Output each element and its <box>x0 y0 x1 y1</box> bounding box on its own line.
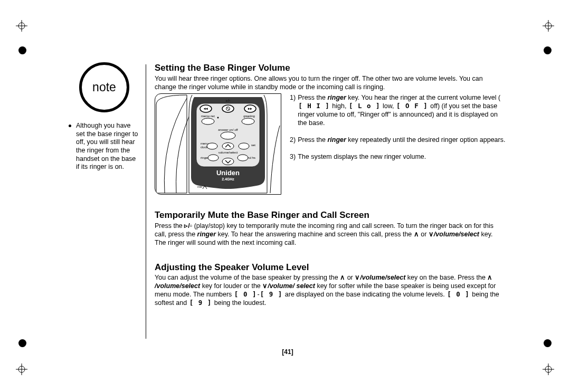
lcd-9: [ 9 ] <box>260 290 283 299</box>
section-mute-ringer: Temporarily Mute the Base Ringer and Cal… <box>155 209 506 247</box>
step-1: 1) Press the ringer key. You hear the ri… <box>290 93 506 127</box>
svg-text:2.4GHz: 2.4GHz <box>222 177 234 181</box>
side-dot <box>544 46 552 54</box>
lcd-lo: [ L o ] <box>348 102 381 110</box>
side-dot <box>18 46 26 54</box>
svg-text:Uniden: Uniden <box>216 169 240 177</box>
page-number: [41] <box>69 348 507 356</box>
svg-point-18 <box>207 143 217 149</box>
svg-text:▸▸: ▸▸ <box>248 107 252 110</box>
side-dot <box>544 339 552 347</box>
side-dot <box>18 339 26 347</box>
up-caret-icon: ∧ <box>487 273 492 282</box>
lcd-0: [ 0 ] <box>234 290 258 299</box>
heading-base-ringer: Setting the Base Ringer Volume <box>155 62 506 74</box>
ringer-key-ref: ringer <box>197 231 216 238</box>
intro-base-ringer: You will hear three ringer options. One … <box>155 74 506 91</box>
volume-select-ref: /volume/ select <box>268 282 315 290</box>
svg-text:greeting: greeting <box>243 114 255 118</box>
steps-list: 1) Press the ringer key. You hear the ri… <box>290 93 506 169</box>
svg-text:mic: mic <box>197 185 202 188</box>
volume-select-ref: /volume/select <box>360 274 405 281</box>
down-caret-icon: ∨ <box>429 230 434 238</box>
note-label: note <box>92 80 116 94</box>
note-sidebar: note Although you have set the base ring… <box>69 62 140 171</box>
speaker-paragraph: You can adjust the volume of the base sp… <box>155 273 506 307</box>
volume-select-ref: /volume/select <box>155 282 200 290</box>
section-speaker-volume: Adjusting the Speaker Volume Level You c… <box>155 262 506 308</box>
svg-text:answer on/ off: answer on/ off <box>218 128 238 131</box>
crop-mark <box>16 364 27 375</box>
crop-mark <box>543 364 554 375</box>
play-stop-icon: ▹/▫ <box>184 222 192 230</box>
lcd-off: [ O F ] <box>396 102 429 110</box>
svg-point-25 <box>238 155 248 161</box>
svg-text:set: set <box>251 144 255 147</box>
svg-point-19 <box>239 143 249 149</box>
crop-mark <box>16 20 27 32</box>
ringer-key-ref: ringer <box>327 94 346 101</box>
heading-speaker-volume: Adjusting the Speaker Volume Level <box>155 262 506 273</box>
up-caret-icon: ∧ <box>340 273 345 282</box>
lcd-0: [ 0 ] <box>446 290 470 299</box>
svg-text:◂◂: ◂◂ <box>203 107 208 110</box>
step-3: 3) The system displays the new ringer vo… <box>290 152 506 161</box>
down-caret-icon: ∨ <box>262 282 268 290</box>
heading-mute-ringer: Temporarily Mute the Base Ringer and Cal… <box>155 209 506 221</box>
playstop-icon: ▹/▫ <box>226 99 230 102</box>
mute-paragraph: Press the ▹/▫ (play/stop) key to tempora… <box>155 222 506 247</box>
ringer-key-ref: ringer <box>327 136 346 144</box>
svg-point-10 <box>202 118 214 125</box>
svg-point-26 <box>222 158 234 165</box>
volume-select-ref: /volume/select <box>434 231 479 238</box>
svg-point-20 <box>222 142 234 149</box>
up-caret-icon: ∧ <box>414 230 419 238</box>
lcd-9: [ 9 ] <box>189 299 213 307</box>
svg-point-12 <box>217 117 219 118</box>
svg-point-14 <box>221 132 235 139</box>
base-unit-illustration: ◂◂ ▸▸ ▹/▫ memo rec greeting <box>155 93 281 195</box>
lcd-hi: [ H I ] <box>298 102 330 110</box>
note-bullet: Although you have set the base ringer to… <box>69 122 140 171</box>
svg-text:ringer: ringer <box>201 156 208 159</box>
vertical-divider <box>146 64 146 339</box>
step-2: 2) Press the ringer key repeatedly until… <box>290 136 506 144</box>
down-caret-icon: ∨ <box>355 273 360 282</box>
note-badge: note <box>79 62 129 112</box>
crop-mark <box>543 20 554 32</box>
main-column: Setting the Base Ringer Volume You will … <box>155 62 506 322</box>
svg-text:memo  rec: memo rec <box>201 114 215 118</box>
svg-text:volume/select: volume/select <box>218 151 238 154</box>
section-base-ringer-volume: Setting the Base Ringer Volume You will … <box>155 62 506 195</box>
svg-point-24 <box>208 155 218 161</box>
svg-point-11 <box>242 118 254 125</box>
